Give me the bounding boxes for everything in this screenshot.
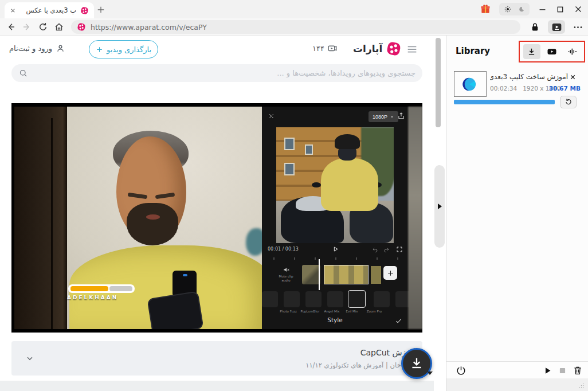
- retry-button[interactable]: [560, 96, 577, 108]
- download-item[interactable]: آموزش ساخت کلیپ 3بعدی... 00:02:34 1920 x…: [446, 70, 588, 116]
- library-footer: [446, 361, 588, 378]
- refresh-button[interactable]: [38, 22, 48, 32]
- item-thumbnail: [454, 71, 487, 97]
- timeline-clip-selected: [324, 265, 369, 284]
- search-input[interactable]: [28, 69, 415, 77]
- youtube-icon: [546, 46, 558, 57]
- add-clip-button: [383, 266, 397, 280]
- effect-label: Evil Mix: [339, 310, 364, 313]
- page-background: [0, 381, 434, 391]
- power-icon: [456, 365, 467, 376]
- app-window: پ 3بعدی با عکس: [0, 0, 588, 391]
- lock-icon[interactable]: [530, 22, 540, 33]
- video-frame-scene: ADELKHAAN: [14, 107, 262, 329]
- video-player[interactable]: ADELKHAAN 1080P: [11, 103, 422, 333]
- door-background: [14, 107, 67, 329]
- resize-grip[interactable]: [578, 382, 585, 389]
- video-title: آموزش CapCut: [130, 348, 417, 357]
- tab-close-icon[interactable]: [10, 7, 16, 14]
- trash-icon: [573, 365, 583, 376]
- url-bar[interactable]: [71, 20, 520, 34]
- login-label: ورود و ثبت‌نام: [9, 44, 52, 53]
- timeline-clip: [302, 265, 320, 284]
- mute-clip-audio: Mute clip audio: [275, 266, 297, 287]
- item-size: 30.67 MB: [548, 85, 581, 92]
- style-label: Style: [262, 316, 408, 323]
- view-counter[interactable]: ۱۴۴: [312, 43, 338, 53]
- redo-icon: [383, 247, 390, 253]
- chevron-down-icon: [25, 354, 34, 363]
- titlebar: پ 3بعدی با عکس: [0, 0, 588, 18]
- capcut-close-icon: [268, 112, 275, 120]
- tab-online-video[interactable]: [543, 44, 560, 59]
- video-info-bar: آموزش CapCut عادل خان | آموزش های تکنولو…: [11, 341, 422, 376]
- stop-icon: [558, 366, 567, 376]
- sun-icon[interactable]: [504, 5, 512, 13]
- power-button[interactable]: [456, 365, 467, 376]
- effect-tile: [374, 291, 390, 307]
- url-input[interactable]: [91, 23, 515, 32]
- capcut-play-icon: [332, 245, 339, 253]
- capcut-phone-ui: 1080P: [262, 107, 408, 329]
- effect-tile: [284, 291, 300, 307]
- library-tabs-annotation-box: [519, 41, 585, 62]
- plus-icon: [96, 46, 103, 53]
- delete-button[interactable]: [573, 365, 584, 376]
- person-icon: [56, 44, 65, 53]
- rider: [321, 158, 378, 211]
- tab-audio[interactable]: [564, 44, 581, 59]
- caret-down-icon[interactable]: [427, 372, 433, 375]
- confirm-check-icon: [395, 317, 402, 324]
- browser-viewport: ورود و ثبت‌نام بارگذاری ویدیو ۱۴۴ آپارات: [0, 36, 434, 391]
- addressbar: [0, 18, 588, 36]
- minimize-button[interactable]: [538, 5, 547, 14]
- arrow-right-icon: [438, 204, 442, 209]
- effect-tile: [305, 291, 322, 307]
- item-close-button[interactable]: [569, 73, 578, 81]
- item-duration: 00:02:34: [490, 85, 517, 92]
- back-button[interactable]: [6, 22, 16, 32]
- new-tab-button[interactable]: [96, 5, 107, 15]
- tab-title: پ 3بعدی با عکس: [20, 6, 76, 14]
- maximize-button[interactable]: [555, 5, 565, 14]
- panel-collapse-handle[interactable]: [434, 165, 445, 248]
- undo-icon: [372, 247, 378, 253]
- moon-icon[interactable]: [518, 6, 525, 13]
- capcut-preview: [276, 127, 394, 243]
- upload-video-button[interactable]: بارگذاری ویدیو: [89, 40, 158, 58]
- expand-description-button[interactable]: [25, 354, 34, 363]
- effect-label: Zoom Pro: [362, 310, 387, 313]
- upload-label: بارگذاری ویدیو: [107, 45, 151, 54]
- capcut-logo-icon: [461, 76, 480, 93]
- browser-tab[interactable]: پ 3بعدی با عکس: [5, 2, 94, 18]
- waveform-icon: [567, 46, 578, 57]
- timeline-playhead: [319, 259, 320, 290]
- capcut-timestamp: 00:01 / 00:13: [268, 247, 299, 252]
- tab-downloads[interactable]: [523, 44, 540, 59]
- hamburger-menu-button[interactable]: [405, 43, 420, 56]
- aparat-header: ورود و ثبت‌نام بارگذاری ویدیو ۱۴۴ آپارات: [0, 36, 434, 64]
- plus-icon: [387, 269, 394, 277]
- download-manager-button[interactable]: [548, 20, 565, 34]
- retry-icon: [565, 98, 573, 106]
- play-button[interactable]: [543, 365, 554, 376]
- forward-button[interactable]: [22, 22, 32, 32]
- menu-dots-icon[interactable]: [573, 22, 583, 33]
- aparat-logo[interactable]: آپارات: [353, 41, 402, 57]
- effect-tile-selected: [348, 290, 366, 308]
- login-signup-link[interactable]: ورود و ثبت‌نام: [9, 44, 65, 53]
- home-button[interactable]: [54, 22, 64, 32]
- library-title: Library: [456, 46, 490, 56]
- effect-tile: [262, 291, 278, 307]
- scrollbar-thumb[interactable]: [436, 38, 441, 127]
- quality-selector: 1080P: [369, 111, 398, 122]
- gift-icon[interactable]: [480, 3, 491, 15]
- stop-button[interactable]: [558, 365, 569, 376]
- timeline-clip: [371, 266, 381, 284]
- search-bar: [11, 64, 422, 82]
- export-icon: [397, 112, 405, 120]
- close-window-button[interactable]: [573, 4, 583, 14]
- theme-toggle[interactable]: [499, 3, 530, 15]
- url-favicon-aparat-icon: [77, 22, 86, 32]
- watermark-text: ADELKHAAN: [67, 295, 118, 300]
